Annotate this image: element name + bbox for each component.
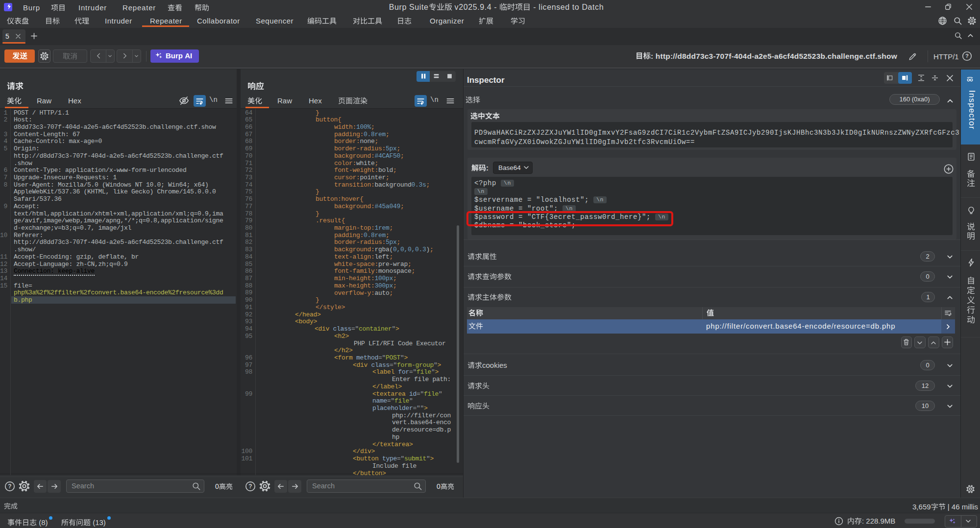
svg-text:?: ? xyxy=(248,483,252,490)
svg-text:?: ? xyxy=(8,483,11,490)
svg-text:?: ? xyxy=(965,53,969,59)
